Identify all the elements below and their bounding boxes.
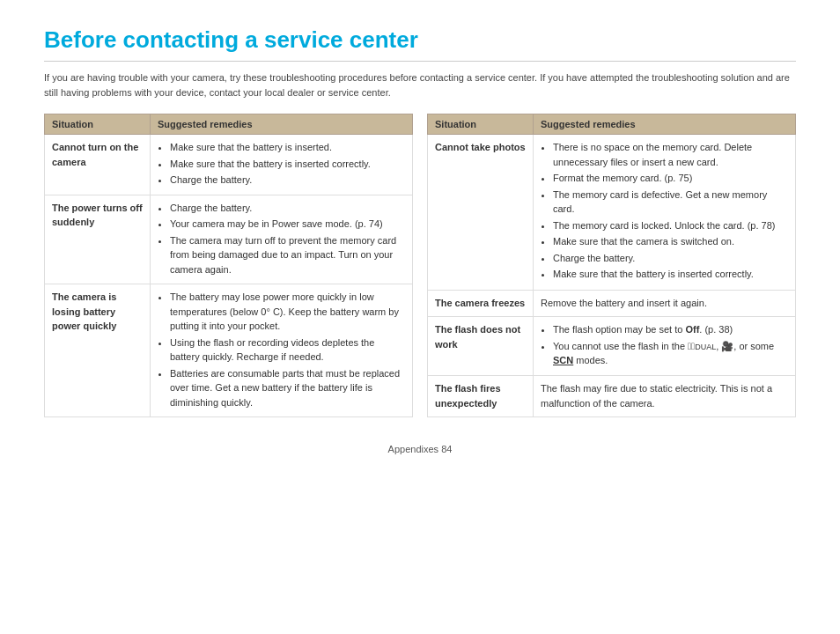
table-row: The camera is losing battery power quick… xyxy=(45,284,413,417)
left-table-situation-header: Situation xyxy=(45,114,151,135)
situation-cell: The power turns off suddenly xyxy=(45,195,151,284)
tables-container: Situation Suggested remedies Cannot turn… xyxy=(44,114,796,417)
right-table-situation-header: Situation xyxy=(428,114,534,135)
right-table: Situation Suggested remedies Cannot take… xyxy=(427,114,796,417)
situation-cell: Cannot take photos xyxy=(428,135,534,291)
intro-text: If you are having trouble with your came… xyxy=(44,70,796,100)
table-row: The flash does not work The flash option… xyxy=(428,317,796,376)
remedy-cell: There is no space on the memory card. De… xyxy=(534,135,796,291)
remedy-cell: The battery may lose power more quickly … xyxy=(151,284,413,417)
remedy-cell: Remove the battery and insert it again. xyxy=(534,291,796,317)
left-table-remedies-header: Suggested remedies xyxy=(151,114,413,135)
situation-cell: The camera freezes xyxy=(428,291,534,317)
remedy-cell: Make sure that the battery is inserted. … xyxy=(151,135,413,195)
situation-cell: The flash fires unexpectedly xyxy=(428,376,534,417)
page-footer: Appendixes 84 xyxy=(44,444,796,454)
table-row: Cannot turn on the camera Make sure that… xyxy=(45,135,413,195)
remedy-cell: Charge the battery. Your camera may be i… xyxy=(151,195,413,284)
situation-cell: The camera is losing battery power quick… xyxy=(45,284,151,417)
table-row: The flash fires unexpectedly The flash m… xyxy=(428,376,796,417)
right-table-remedies-header: Suggested remedies xyxy=(534,114,796,135)
situation-cell: The flash does not work xyxy=(428,317,534,376)
remedy-cell: The flash option may be set to Off. (p. … xyxy=(534,317,796,376)
table-row: The power turns off suddenly Charge the … xyxy=(45,195,413,284)
left-table: Situation Suggested remedies Cannot turn… xyxy=(44,114,413,417)
page-title: Before contacting a service center xyxy=(44,26,796,62)
table-row: The camera freezes Remove the battery an… xyxy=(428,291,796,317)
situation-cell: Cannot turn on the camera xyxy=(45,135,151,195)
table-row: Cannot take photos There is no space on … xyxy=(428,135,796,291)
remedy-cell: The flash may fire due to static electri… xyxy=(534,376,796,417)
